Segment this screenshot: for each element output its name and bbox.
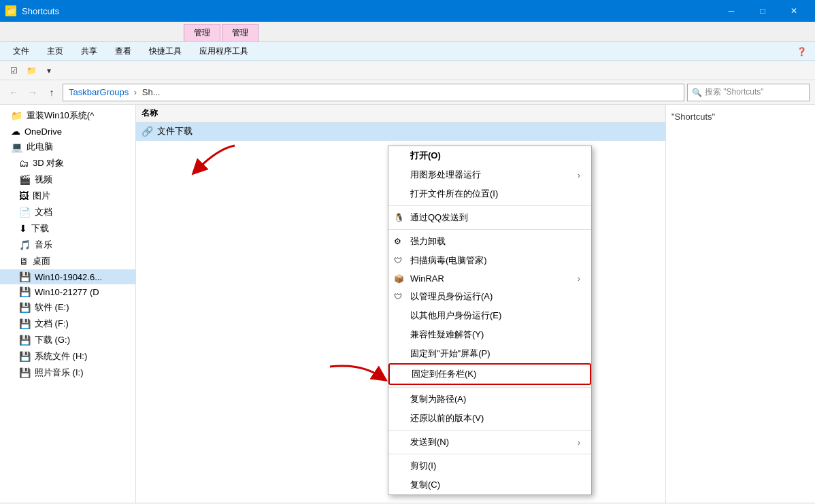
ctx-restore[interactable]: 还原以前的版本(V) [388, 409, 591, 428]
ctx-item-label: 以其他用户身份运行(E) [410, 309, 501, 322]
up-button[interactable]: ↑ [44, 84, 60, 101]
sidebar-item-onedrive[interactable]: ☁ OneDrive [0, 124, 135, 139]
ctx-gpu-run[interactable]: 用图形处理器运行 › [388, 165, 591, 184]
ctx-item-label: WinRAR [410, 273, 444, 284]
sidebar-item-system-h[interactable]: 💾 系统文件 (H:) [0, 348, 135, 365]
ctx-open-location[interactable]: 打开文件所在的位置(I) [388, 184, 591, 203]
sidebar-item-downloads-g[interactable]: 💾 下载 (G:) [0, 332, 135, 348]
sidebar-item-downloads[interactable]: ⬇ 下载 [0, 220, 135, 237]
winrar-icon: 📦 [394, 274, 404, 284]
sidebar-item-desktop[interactable]: 🖥 桌面 [0, 253, 135, 269]
context-menu: 打开(O) 用图形处理器运行 › 打开文件所在的位置(I) 🐧 通过QQ发送到 … [388, 146, 592, 495]
help-button[interactable]: ❓ [793, 44, 810, 59]
submenu-arrow-icon: › [578, 273, 580, 284]
sidebar-item-thispc[interactable]: 💻 此电脑 [0, 139, 135, 155]
sidebar-item-music[interactable]: 🎵 音乐 [0, 237, 135, 253]
qa-folder[interactable]: 📁 [23, 63, 39, 78]
ctx-run-other[interactable]: 以其他用户身份运行(E) [388, 306, 591, 325]
close-button[interactable]: ✕ [778, 0, 810, 22]
maximize-button[interactable]: □ [747, 0, 778, 22]
ctx-compat[interactable]: 兼容性疑难解答(Y) [388, 325, 591, 344]
ctx-item-label: 固定到任务栏(K) [412, 368, 476, 380]
sidebar-item-label: 音乐 [35, 239, 52, 251]
titlebar-controls: ─ □ ✕ [716, 0, 810, 22]
drive-icon: 💾 [19, 286, 31, 297]
ctx-antivirus[interactable]: 🛡 扫描病毒(电脑管家) [388, 251, 591, 270]
doc-icon: 📄 [19, 207, 31, 218]
cmd-app-tools[interactable]: 应用程序工具 [192, 44, 256, 59]
ctx-open[interactable]: 打开(O) [388, 146, 591, 165]
ctx-separator-2 [388, 229, 591, 230]
arrow-annotation-1 [177, 142, 238, 185]
ctx-send-to[interactable]: 发送到(N) › [388, 433, 591, 452]
picture-icon: 🖼 [19, 190, 29, 201]
ctx-qq-send[interactable]: 🐧 通过QQ发送到 [388, 208, 591, 227]
forward-button[interactable]: → [24, 84, 41, 101]
ctx-separator-3 [388, 387, 591, 388]
sidebar-item-software-e[interactable]: 💾 软件 (E:) [0, 299, 135, 316]
tab-manage-1[interactable]: 管理 [184, 24, 220, 41]
command-bar: 文件 主页 共享 查看 快捷工具 应用程序工具 ❓ [0, 42, 815, 61]
sidebar-item-photos-i[interactable]: 💾 照片音乐 (I:) [0, 365, 135, 381]
sidebar-item-docs-f[interactable]: 💾 文档 (F:) [0, 316, 135, 332]
sidebar-item-label: OneDrive [24, 127, 62, 137]
ctx-uninstall[interactable]: ⚙ 强力卸载 [388, 232, 591, 251]
address-bar: ← → ↑ TaskbarGroups › Sh... 🔍 搜索 "Shortc… [0, 80, 815, 105]
ctx-item-label: 剪切(I) [410, 460, 436, 472]
folder-icon: 📁 [11, 110, 22, 121]
minimize-button[interactable]: ─ [716, 0, 747, 22]
col-header-name[interactable]: 名称 [142, 107, 755, 119]
sidebar-item-3dobjects[interactable]: 🗂 3D 对象 [0, 155, 135, 171]
back-button[interactable]: ← [5, 84, 22, 101]
admin-shield-icon: 🛡 [394, 292, 402, 301]
cmd-home[interactable]: 主页 [39, 44, 71, 59]
qa-checkbox[interactable]: ☑ [5, 63, 22, 78]
sidebar-item-label: 文档 [35, 206, 52, 218]
sidebar-item-pictures[interactable]: 🖼 图片 [0, 188, 135, 204]
ctx-pin-taskbar[interactable]: 固定到任务栏(K) [388, 363, 591, 385]
cmd-view[interactable]: 查看 [107, 44, 139, 59]
sidebar-item-label: 视频 [35, 173, 52, 186]
desktop-icon: 🖥 [19, 256, 29, 267]
sidebar-item-label: 文档 (F:) [35, 318, 69, 330]
ctx-cut[interactable]: 剪切(I) [388, 456, 591, 475]
search-hint: "Shortcuts" [671, 112, 715, 122]
ctx-item-label: 兼容性疑难解答(Y) [410, 329, 484, 341]
ctx-copy-path[interactable]: 复制为路径(A) [388, 390, 591, 409]
ctx-item-label: 打开(O) [410, 150, 441, 162]
ctx-run-admin[interactable]: 🛡 以管理员身份运行(A) [388, 287, 591, 306]
tab-manage-2[interactable]: 管理 [222, 24, 259, 41]
search-box[interactable]: 🔍 搜索 "Shortcuts" [687, 84, 810, 101]
sidebar-item-label: 此电脑 [27, 141, 53, 153]
drive-icon: 💾 [19, 351, 31, 362]
cmd-shortcut-tools[interactable]: 快捷工具 [142, 44, 189, 59]
drive-icon: 💾 [19, 367, 31, 378]
submenu-arrow-icon: › [578, 437, 580, 448]
file-name: 文件下载 [157, 125, 687, 137]
address-box[interactable]: TaskbarGroups › Sh... [63, 84, 684, 101]
ctx-item-label: 扫描病毒(电脑管家) [410, 254, 487, 267]
sidebar-item-video[interactable]: 🎬 视频 [0, 171, 135, 188]
breadcrumb-taskbargroups[interactable]: TaskbarGroups [69, 87, 129, 97]
detail-panel: "Shortcuts" [665, 105, 815, 503]
breadcrumb-current: Sh... [142, 87, 161, 97]
sidebar-item-win10-1[interactable]: 💾 Win10-19042.6... [0, 269, 135, 284]
cmd-share[interactable]: 共享 [73, 44, 105, 59]
qa-dropdown[interactable]: ▾ [41, 63, 57, 78]
search-icon: 🔍 [692, 88, 702, 97]
cmd-file[interactable]: 文件 [5, 44, 37, 59]
arrow-annotation-2 [327, 356, 395, 399]
drive-icon: 💾 [19, 318, 31, 329]
sidebar-item-docs[interactable]: 📄 文档 [0, 204, 135, 220]
ctx-copy[interactable]: 复制(C) [388, 475, 591, 494]
titlebar: 📁 Shortcuts ─ □ ✕ [0, 0, 815, 22]
ctx-pin-start[interactable]: 固定到"开始"屏幕(P) [388, 344, 591, 363]
ctx-item-label: 复制为路径(A) [410, 393, 466, 405]
qq-icon: 🐧 [394, 213, 404, 222]
ctx-winrar[interactable]: 📦 WinRAR › [388, 270, 591, 287]
sidebar-item-label: Win10-19042.6... [35, 272, 102, 282]
sidebar-item-label: 下载 [31, 222, 49, 235]
sidebar: 📁 重装Win10系统(^ ☁ OneDrive 💻 此电脑 🗂 3D 对象 🎬… [0, 105, 136, 503]
sidebar-item-win10-2[interactable]: 💾 Win10-21277 (D [0, 284, 135, 299]
sidebar-item-reinstall[interactable]: 📁 重装Win10系统(^ [0, 107, 135, 124]
